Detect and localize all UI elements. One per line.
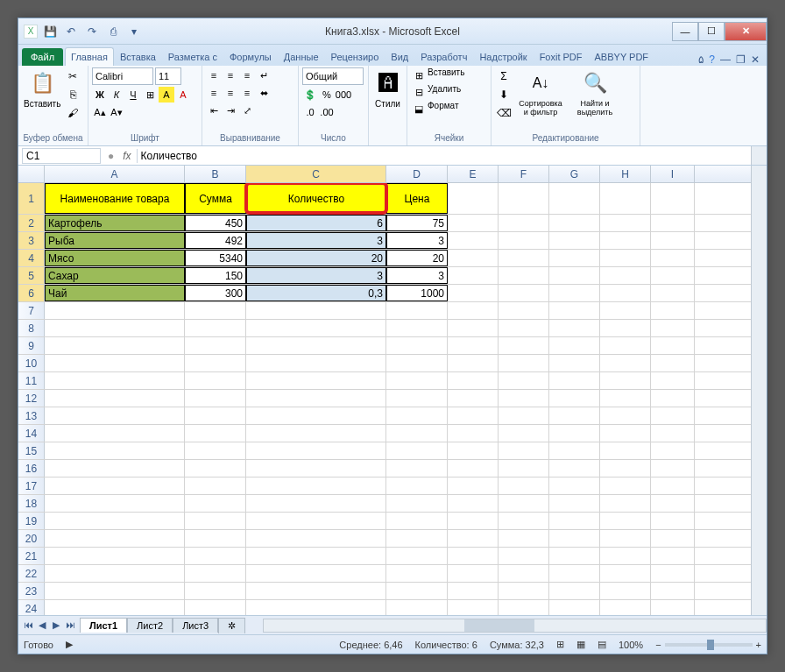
zoom-out-button[interactable]: − bbox=[655, 640, 661, 650]
italic-button[interactable]: К bbox=[109, 87, 124, 103]
cell[interactable]: Чай bbox=[45, 285, 185, 301]
cell[interactable] bbox=[448, 337, 499, 354]
row-header[interactable]: 16 bbox=[18, 460, 45, 477]
row-header[interactable]: 2 bbox=[18, 215, 45, 231]
cell[interactable] bbox=[549, 355, 600, 371]
cell[interactable] bbox=[45, 320, 185, 336]
cell[interactable] bbox=[651, 183, 695, 214]
cell[interactable]: Рыба bbox=[45, 232, 185, 249]
cell[interactable] bbox=[499, 267, 549, 284]
help-icon[interactable]: ? bbox=[709, 53, 715, 66]
cell[interactable] bbox=[45, 477, 185, 494]
cell[interactable] bbox=[45, 302, 185, 319]
cell[interactable] bbox=[600, 600, 651, 615]
format-painter-icon[interactable]: 🖌 bbox=[64, 104, 81, 122]
row-header[interactable]: 7 bbox=[18, 302, 45, 319]
cell[interactable]: Сумма bbox=[185, 183, 246, 214]
cell[interactable] bbox=[386, 337, 448, 354]
cell[interactable] bbox=[386, 320, 448, 336]
cell[interactable]: 3 bbox=[386, 267, 448, 284]
cell[interactable]: Сахар bbox=[45, 267, 185, 284]
cell[interactable] bbox=[386, 425, 448, 442]
cell[interactable] bbox=[185, 320, 246, 336]
tab-formulas[interactable]: Формулы bbox=[223, 47, 278, 66]
cell[interactable] bbox=[246, 548, 386, 564]
border-button[interactable]: ⊞ bbox=[142, 87, 158, 103]
paste-button[interactable]: 📋 Вставить bbox=[22, 67, 62, 110]
cell[interactable] bbox=[448, 548, 499, 564]
cell[interactable] bbox=[499, 407, 549, 424]
sheet-nav-prev-icon[interactable]: ◀ bbox=[36, 619, 48, 631]
cell[interactable] bbox=[185, 425, 246, 442]
tab-dev[interactable]: Разработч bbox=[414, 47, 473, 66]
cell[interactable]: 150 bbox=[185, 267, 246, 284]
indent-dec-icon[interactable]: ⇤ bbox=[206, 103, 222, 118]
cell[interactable] bbox=[448, 477, 499, 494]
tab-data[interactable]: Данные bbox=[278, 47, 325, 66]
row-header[interactable]: 5 bbox=[18, 267, 45, 284]
cell[interactable] bbox=[448, 372, 499, 389]
cell[interactable] bbox=[448, 250, 499, 266]
cell[interactable] bbox=[246, 477, 386, 494]
cell[interactable] bbox=[549, 548, 600, 564]
cell[interactable] bbox=[45, 565, 185, 582]
cell[interactable] bbox=[549, 215, 600, 231]
cell[interactable]: Количество bbox=[246, 183, 386, 214]
formula-input[interactable]: Количество bbox=[137, 149, 751, 163]
align-mid-icon[interactable]: ≡ bbox=[223, 67, 238, 83]
cell[interactable] bbox=[499, 390, 549, 407]
row-header[interactable]: 13 bbox=[18, 407, 45, 424]
cell[interactable] bbox=[651, 565, 695, 582]
bold-button[interactable]: Ж bbox=[92, 87, 108, 103]
cell[interactable] bbox=[386, 302, 448, 319]
cell[interactable]: 0,3 bbox=[246, 285, 386, 301]
cell[interactable] bbox=[185, 302, 246, 319]
cell[interactable] bbox=[448, 285, 499, 301]
cell[interactable] bbox=[600, 548, 651, 564]
cell[interactable] bbox=[549, 407, 600, 424]
cell[interactable] bbox=[386, 495, 448, 512]
inc-decimal-icon[interactable]: .0 bbox=[302, 104, 318, 120]
cell[interactable] bbox=[600, 302, 651, 319]
row-header[interactable]: 22 bbox=[18, 565, 45, 582]
cell[interactable]: 20 bbox=[386, 250, 448, 266]
cell[interactable]: 6 bbox=[246, 215, 386, 231]
row-header[interactable]: 19 bbox=[18, 513, 45, 529]
cell[interactable] bbox=[549, 372, 600, 389]
col-header-g[interactable]: G bbox=[549, 166, 600, 182]
zoom-in-button[interactable]: + bbox=[756, 640, 761, 650]
cell[interactable] bbox=[600, 477, 651, 494]
row-header[interactable]: 18 bbox=[18, 495, 45, 512]
cell[interactable] bbox=[600, 425, 651, 442]
cell[interactable] bbox=[185, 513, 246, 529]
formula-expand-icon[interactable] bbox=[751, 146, 767, 165]
comma-icon[interactable]: 000 bbox=[336, 87, 351, 103]
cells-insert-button[interactable]: ⊞Вставить bbox=[411, 67, 464, 83]
macro-icon[interactable]: ▶ bbox=[66, 639, 73, 650]
col-header-a[interactable]: A bbox=[45, 166, 185, 182]
cell[interactable] bbox=[600, 250, 651, 266]
cell[interactable] bbox=[448, 390, 499, 407]
cell[interactable] bbox=[246, 565, 386, 582]
clear-icon[interactable]: ⌫ bbox=[495, 104, 513, 122]
cell[interactable] bbox=[549, 285, 600, 301]
cell[interactable]: Картофель bbox=[45, 215, 185, 231]
cell[interactable] bbox=[45, 548, 185, 564]
cell[interactable] bbox=[651, 355, 695, 371]
cell[interactable] bbox=[499, 285, 549, 301]
font-color-button[interactable]: A bbox=[175, 87, 191, 103]
cell[interactable] bbox=[185, 565, 246, 582]
cell[interactable] bbox=[386, 583, 448, 599]
row-header[interactable]: 21 bbox=[18, 548, 45, 564]
cell[interactable] bbox=[386, 565, 448, 582]
cell[interactable] bbox=[549, 460, 600, 477]
cell[interactable] bbox=[499, 495, 549, 512]
cell[interactable] bbox=[45, 337, 185, 354]
cell[interactable] bbox=[651, 372, 695, 389]
cell[interactable] bbox=[246, 460, 386, 477]
cell[interactable] bbox=[45, 600, 185, 615]
find-button[interactable]: 🔍 Найти и выделить bbox=[569, 67, 621, 118]
cell[interactable] bbox=[600, 285, 651, 301]
cell[interactable] bbox=[499, 250, 549, 266]
cell[interactable] bbox=[185, 355, 246, 371]
